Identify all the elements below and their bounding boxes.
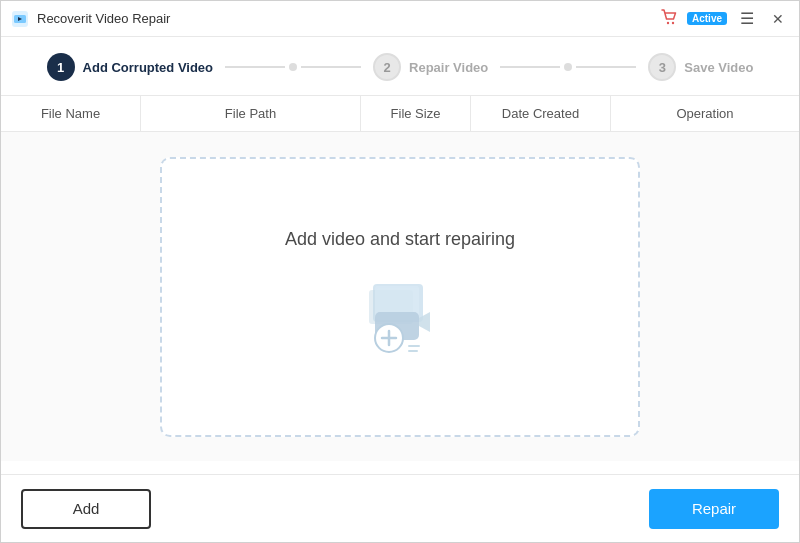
step-1-circle: 1	[47, 53, 75, 81]
svg-point-4	[672, 21, 674, 23]
step-3-label: Save Video	[684, 60, 753, 75]
app-title: Recoverit Video Repair	[37, 11, 659, 26]
menu-button[interactable]: ☰	[735, 9, 759, 29]
step-2: 2 Repair Video	[373, 53, 488, 81]
add-button[interactable]: Add	[21, 489, 151, 529]
step-line-2	[301, 66, 361, 68]
col-operation: Operation	[611, 96, 799, 131]
drop-zone[interactable]: Add video and start repairing	[160, 157, 640, 437]
step-dot-2	[564, 63, 572, 71]
step-3-circle: 3	[648, 53, 676, 81]
close-button[interactable]: ✕	[767, 10, 789, 28]
add-video-icon	[345, 274, 455, 364]
cart-button[interactable]	[659, 7, 679, 31]
step-1-label: Add Corrupted Video	[83, 60, 213, 75]
step-3: 3 Save Video	[648, 53, 753, 81]
col-filepath: File Path	[141, 96, 361, 131]
step-2-circle: 2	[373, 53, 401, 81]
drop-zone-text: Add video and start repairing	[285, 229, 515, 250]
cart-icon	[659, 7, 679, 27]
col-filesize: File Size	[361, 96, 471, 131]
title-bar: Recoverit Video Repair Active ☰ ✕	[1, 1, 799, 37]
step-connector-1-2	[225, 63, 361, 71]
step-1: 1 Add Corrupted Video	[47, 53, 213, 81]
bottom-bar: Add Repair	[1, 474, 799, 542]
step-dot	[289, 63, 297, 71]
step-line-3	[500, 66, 560, 68]
active-badge: Active	[687, 12, 727, 25]
title-bar-controls: Active ☰ ✕	[659, 7, 789, 31]
step-line	[225, 66, 285, 68]
col-datecreated: Date Created	[471, 96, 611, 131]
col-filename: File Name	[1, 96, 141, 131]
table-header: File Name File Path File Size Date Creat…	[1, 96, 799, 132]
step-line-4	[576, 66, 636, 68]
app-logo-icon	[11, 10, 29, 28]
step-2-label: Repair Video	[409, 60, 488, 75]
steps-area: 1 Add Corrupted Video 2 Repair Video 3 S…	[1, 37, 799, 96]
main-content: Add video and start repairing	[1, 132, 799, 461]
step-connector-2-3	[500, 63, 636, 71]
repair-button[interactable]: Repair	[649, 489, 779, 529]
svg-point-3	[667, 21, 669, 23]
